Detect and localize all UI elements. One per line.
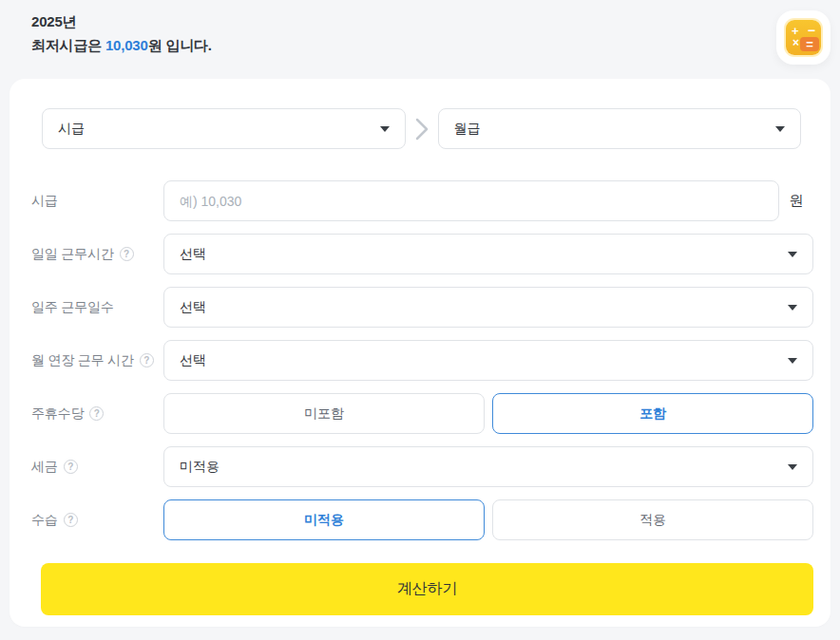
label-text: 시급 [31, 193, 58, 210]
label-text: 수습 [31, 512, 58, 529]
convert-from-value: 시급 [58, 121, 85, 138]
caret-down-icon [788, 305, 797, 311]
probation-toggle: 미적용 적용 [163, 499, 813, 540]
header-wage-line: 최저시급은 10,030원 입니다. [31, 37, 840, 55]
wage-suffix: 원 입니다. [148, 37, 212, 53]
equals-key: = [800, 37, 819, 51]
weekly-allowance-exclude-button[interactable]: 미포함 [163, 393, 485, 434]
convert-to-value: 월급 [454, 121, 481, 138]
calculator-card: 시급 월급 시급 원 일일 근무시간 ? 선택 [10, 79, 830, 627]
probation-control: 미적용 적용 [163, 499, 813, 540]
row-hourly-wage: 시급 원 [31, 180, 813, 221]
help-icon[interactable]: ? [89, 406, 104, 421]
label-text: 일주 근무일수 [31, 299, 114, 316]
row-daily-hours: 일일 근무시간 ? 선택 [31, 234, 813, 274]
select-value: 선택 [180, 299, 206, 316]
label-text: 주휴수당 [31, 405, 84, 423]
caret-down-icon [788, 358, 797, 364]
weekly-allowance-label: 주휴수당 ? [31, 405, 163, 423]
select-value: 미적용 [180, 459, 220, 476]
multiply-glyph: × [792, 37, 799, 48]
monthly-overtime-control: 선택 [163, 340, 813, 381]
row-tax: 세금 ? 미적용 [31, 446, 813, 487]
weekly-allowance-toggle: 미포함 포함 [163, 393, 813, 434]
won-unit-label: 원 [779, 192, 813, 210]
caret-down-icon [788, 252, 797, 257]
select-value: 선택 [180, 246, 206, 263]
probation-applied-button[interactable]: 적용 [492, 499, 813, 540]
hourly-wage-input[interactable] [163, 180, 779, 221]
daily-hours-select[interactable]: 선택 [163, 234, 813, 274]
wage-prefix: 최저시급은 [31, 37, 105, 53]
help-icon[interactable]: ? [64, 513, 78, 527]
caret-down-icon [380, 126, 390, 132]
help-icon[interactable]: ? [120, 247, 134, 261]
tax-control: 미적용 [163, 446, 813, 487]
caret-down-icon [788, 464, 797, 470]
help-icon[interactable]: ? [140, 353, 154, 367]
weekly-days-label: 일주 근무일수 [31, 299, 163, 316]
equals-glyph: = [806, 38, 813, 50]
caret-down-icon [775, 126, 785, 132]
row-monthly-overtime: 월 연장 근무 시간 ? 선택 [31, 340, 813, 381]
hourly-wage-label: 시급 [31, 193, 163, 210]
page-header: 2025년 최저시급은 10,030원 입니다. + − × = [0, 0, 840, 79]
convert-from-select[interactable]: 시급 [42, 108, 406, 149]
daily-hours-control: 선택 [163, 234, 813, 274]
calculator-icon: + − × = [786, 20, 821, 55]
label-text: 일일 근무시간 [31, 246, 114, 263]
calculator-badge[interactable]: + − × = [776, 10, 830, 65]
chevron-right-icon [406, 117, 438, 141]
convert-to-select[interactable]: 월급 [438, 108, 802, 149]
monthly-overtime-select[interactable]: 선택 [163, 340, 813, 381]
label-text: 월 연장 근무 시간 [31, 352, 134, 369]
weekly-days-select[interactable]: 선택 [163, 287, 813, 328]
row-probation: 수습 ? 미적용 적용 [31, 499, 813, 540]
wage-value: 10,030 [105, 37, 148, 53]
header-year: 2025년 [31, 13, 840, 31]
probation-label: 수습 ? [31, 512, 163, 529]
weekly-allowance-include-button[interactable]: 포함 [492, 393, 813, 434]
minus-glyph: − [808, 24, 815, 37]
row-weekly-days: 일주 근무일수 선택 [31, 287, 813, 328]
select-value: 선택 [180, 352, 206, 369]
converter-row: 시급 월급 [42, 108, 801, 149]
probation-not-applied-button[interactable]: 미적용 [163, 499, 485, 540]
daily-hours-label: 일일 근무시간 ? [31, 246, 163, 263]
tax-label: 세금 ? [31, 459, 163, 476]
calculate-button[interactable]: 계산하기 [41, 563, 813, 615]
hourly-wage-control: 원 [163, 180, 813, 221]
label-text: 세금 [31, 459, 58, 476]
row-weekly-allowance: 주휴수당 ? 미포함 포함 [31, 393, 813, 434]
weekly-allowance-control: 미포함 포함 [163, 393, 813, 434]
weekly-days-control: 선택 [163, 287, 813, 328]
help-icon[interactable]: ? [64, 460, 78, 474]
tax-select[interactable]: 미적용 [163, 446, 813, 487]
monthly-overtime-label: 월 연장 근무 시간 ? [31, 352, 163, 369]
